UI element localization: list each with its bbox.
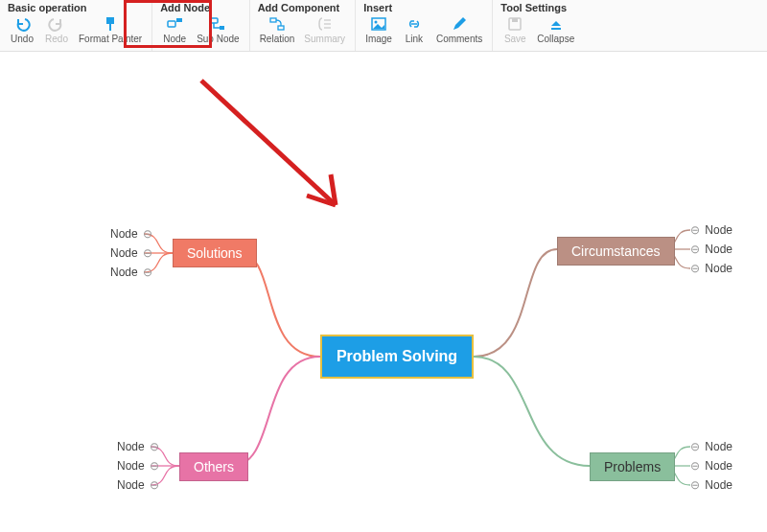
leaf-node[interactable]: ⊖ Node — [688, 478, 732, 492]
svg-rect-7 — [278, 26, 284, 30]
leaf-node[interactable]: ⊖ Node — [688, 243, 732, 256]
leaf-node[interactable]: Node ⊖ — [110, 266, 154, 279]
relation-button[interactable]: Relation — [256, 15, 299, 44]
branch-solutions[interactable]: Solutions — [173, 239, 257, 267]
group-title: Insert — [361, 2, 486, 13]
group-tool-settings: Tool Settings Save Collapse — [493, 0, 584, 51]
sub-node-icon — [209, 15, 226, 33]
svg-rect-6 — [270, 18, 276, 22]
group-insert: Insert Image Link Comments — [356, 0, 493, 51]
toolbar: Basic operation Undo Redo Format Painter… — [0, 0, 767, 52]
relation-icon — [268, 15, 286, 33]
group-add-component: Add Component Relation Summary — [250, 0, 357, 51]
svg-rect-5 — [220, 26, 224, 30]
svg-rect-1 — [109, 24, 111, 31]
branch-circumstances[interactable]: Circumstances — [557, 237, 675, 266]
mindmap-canvas[interactable]: Problem Solving Solutions Circumstances … — [0, 52, 767, 532]
leaf-node[interactable]: ⊖ Node — [688, 459, 732, 473]
link-icon — [406, 15, 423, 33]
redo-button[interactable]: Redo — [40, 15, 73, 44]
pencil-icon — [451, 15, 468, 33]
collapse-icon — [547, 15, 565, 33]
group-title: Tool Settings — [499, 2, 578, 13]
svg-rect-14 — [512, 18, 518, 22]
save-icon — [506, 15, 523, 33]
leaf-node[interactable]: ⊖ Node — [688, 440, 732, 453]
branch-problems[interactable]: Problems — [590, 452, 675, 481]
leaf-node[interactable]: Node ⊖ — [110, 227, 154, 241]
image-button[interactable]: Image — [361, 15, 396, 44]
leaf-node[interactable]: Node ⊖ — [110, 246, 154, 260]
annotation-arrow — [192, 71, 384, 234]
brush-icon — [102, 15, 119, 33]
comments-button[interactable]: Comments — [432, 15, 486, 44]
leaf-node[interactable]: Node ⊖ — [117, 459, 161, 473]
summary-button: Summary — [300, 15, 349, 44]
undo-button[interactable]: Undo — [6, 15, 38, 44]
redo-icon — [48, 15, 65, 33]
save-button: Save — [499, 15, 531, 44]
annotation-highlight — [124, 0, 212, 48]
leaf-node[interactable]: ⊖ Node — [688, 223, 732, 237]
svg-rect-4 — [211, 18, 218, 23]
leaf-node[interactable]: ⊖ Node — [688, 262, 732, 275]
summary-icon — [316, 15, 334, 33]
svg-point-12 — [375, 21, 378, 24]
svg-rect-0 — [106, 17, 114, 24]
leaf-node[interactable]: Node ⊖ — [117, 478, 161, 492]
leaf-node[interactable]: Node ⊖ — [117, 440, 161, 453]
group-title: Add Component — [256, 2, 350, 13]
image-icon — [370, 15, 387, 33]
central-node[interactable]: Problem Solving — [320, 335, 474, 379]
branch-others[interactable]: Others — [179, 452, 248, 481]
link-button[interactable]: Link — [398, 15, 430, 44]
collapse-button[interactable]: Collapse — [533, 15, 578, 44]
undo-icon — [13, 15, 31, 33]
